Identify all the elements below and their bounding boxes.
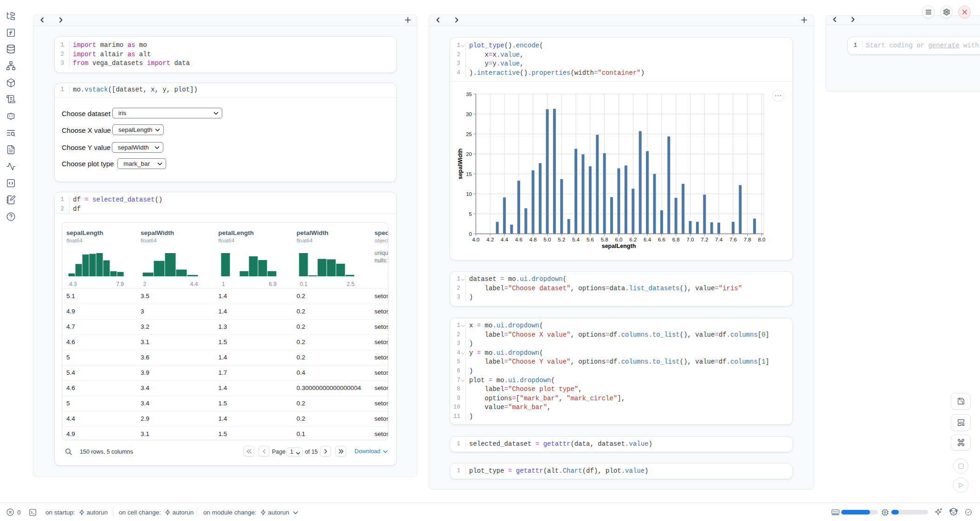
svg-text:5.8: 5.8 [601,237,608,242]
svg-text:7.0: 7.0 [687,237,694,242]
svg-text:4.8: 4.8 [529,237,537,242]
svg-text:5.6: 5.6 [587,237,594,242]
svg-text:5.2: 5.2 [558,237,565,242]
svg-text:5: 5 [469,211,472,217]
svg-text:7.6: 7.6 [729,237,737,242]
svg-text:0: 0 [469,231,472,237]
svg-text:6.2: 6.2 [629,237,637,242]
svg-text:8.0: 8.0 [758,237,766,242]
svg-text:7.8: 7.8 [744,237,751,242]
svg-text:25: 25 [466,131,472,137]
svg-text:7.4: 7.4 [715,237,723,242]
svg-text:sepalLength: sepalLength [602,243,636,249]
svg-text:7.2: 7.2 [701,237,708,242]
svg-text:4.4: 4.4 [501,237,509,242]
svg-text:15: 15 [466,171,472,177]
svg-text:6.4: 6.4 [644,237,651,242]
svg-text:10: 10 [466,191,472,197]
svg-text:4.6: 4.6 [515,237,522,242]
svg-text:6.8: 6.8 [672,237,680,242]
svg-text:6.6: 6.6 [658,237,665,242]
svg-text:6.0: 6.0 [615,237,623,242]
svg-text:30: 30 [466,111,472,117]
svg-text:35: 35 [466,91,472,97]
svg-text:4.0: 4.0 [472,237,480,242]
svg-text:sepalWidth: sepalWidth [457,149,464,180]
svg-text:5.4: 5.4 [572,237,580,242]
svg-text:5.0: 5.0 [544,237,551,242]
svg-text:20: 20 [466,151,472,157]
svg-text:4.2: 4.2 [486,237,494,242]
